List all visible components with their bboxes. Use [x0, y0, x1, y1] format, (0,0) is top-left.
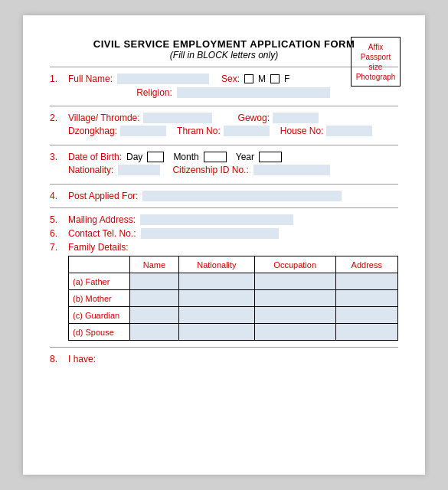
form-title: CIVIL SERVICE EMPLOYMENT APPLICATION FOR… [50, 38, 398, 50]
guardian-occupation[interactable] [254, 307, 335, 324]
guardian-address[interactable] [335, 307, 397, 324]
col-member [69, 256, 130, 273]
day-label: Day [126, 152, 142, 162]
section-5: 5. Mailing Address: [50, 214, 398, 225]
guardian-name[interactable] [130, 307, 179, 324]
section-7-num: 7. [50, 242, 64, 253]
sex-f-checkbox[interactable] [270, 74, 280, 83]
member-mother: (b) Mother [69, 290, 130, 307]
dzongkhag-label: Dzongkhag: [68, 126, 117, 136]
member-father: (a) Father [69, 273, 130, 290]
guardian-nationality[interactable] [178, 307, 254, 324]
village-gewog-row: Village/ Thromde: Gewog: [68, 113, 398, 123]
dob-label: Date of Birth: [68, 152, 122, 162]
religion-input[interactable] [177, 87, 330, 98]
religion-label: Religion: [136, 87, 172, 98]
post-input[interactable] [142, 191, 342, 201]
section-1-content: Full Name: Sex: M F Religion: [68, 74, 398, 100]
section-8-num: 8. [50, 354, 64, 364]
table-row: (d) Spouse [69, 324, 398, 341]
col-occupation: Occupation [254, 256, 335, 273]
col-address: Address [335, 256, 397, 273]
mother-nationality[interactable] [178, 290, 254, 307]
section-6-num: 6. [50, 228, 64, 239]
mother-name[interactable] [130, 290, 179, 307]
divider-2 [50, 145, 398, 145]
gewog-label: Gewog: [238, 113, 270, 123]
mailing-input[interactable] [140, 214, 293, 225]
gewog-input[interactable] [273, 113, 319, 123]
father-nationality[interactable] [178, 273, 254, 290]
village-input[interactable] [143, 113, 212, 123]
family-label: Family Details: [68, 242, 129, 253]
divider-3 [50, 184, 398, 185]
member-spouse: (d) Spouse [69, 324, 130, 341]
day-box[interactable] [147, 152, 164, 162]
member-guardian: (c) Guardian [69, 307, 130, 324]
house-input[interactable] [326, 126, 372, 136]
father-name[interactable] [130, 273, 179, 290]
form-page: Affix Passport size Photograph CIVIL SER… [23, 15, 425, 475]
have-label: I have: [68, 354, 96, 364]
divider-4 [50, 207, 398, 208]
nationality-label: Nationality: [68, 165, 113, 175]
divider-1 [50, 106, 398, 106]
mother-occupation[interactable] [254, 290, 335, 307]
gewog-item: Gewog: [238, 113, 319, 123]
form-header: CIVIL SERVICE EMPLOYMENT APPLICATION FOR… [50, 38, 398, 60]
village-item: Village/ Thromde: [68, 113, 212, 123]
m-label: M [258, 74, 266, 84]
section-2-content: Village/ Thromde: Gewog: Dzongkhag: Thra… [68, 113, 398, 139]
month-label: Month [173, 152, 198, 162]
col-name: Name [130, 256, 179, 273]
section-1: 1. Full Name: Sex: M F Religion: [50, 74, 398, 100]
spouse-occupation[interactable] [254, 324, 335, 341]
col-nationality: Nationality [178, 256, 254, 273]
table-row: (b) Mother [69, 290, 398, 307]
citizenship-input[interactable] [253, 165, 330, 175]
section-4-num: 4. [50, 191, 64, 201]
thram-label: Thram No: [177, 126, 221, 136]
contact-input[interactable] [141, 228, 279, 239]
family-table: Name Nationality Occupation Address (a) … [68, 256, 398, 341]
spouse-nationality[interactable] [178, 324, 254, 341]
year-label: Year [236, 152, 254, 162]
house-label: House No: [280, 126, 324, 136]
sex-m-checkbox[interactable] [244, 74, 253, 83]
section-6: 6. Contact Tel. No.: [50, 228, 398, 239]
passport-photo-box: Affix Passport size Photograph [351, 37, 401, 87]
father-occupation[interactable] [254, 273, 335, 290]
section-3-num: 3. [50, 152, 64, 162]
dzongkhag-item: Dzongkhag: [68, 126, 166, 136]
table-row: (c) Guardian [69, 307, 398, 324]
section-1-num: 1. [50, 74, 64, 84]
nationality-input[interactable] [118, 165, 160, 175]
thram-input[interactable] [224, 126, 270, 136]
village-label: Village/ Thromde: [68, 113, 140, 123]
section-3: 3. Date of Birth: Day Month Year Nationa… [50, 152, 398, 178]
year-box[interactable] [259, 152, 282, 162]
fullname-input[interactable] [117, 74, 209, 84]
divider-7 [50, 347, 398, 348]
mother-address[interactable] [335, 290, 397, 307]
contact-label: Contact Tel. No.: [68, 228, 136, 239]
house-item: House No: [280, 126, 373, 136]
month-box[interactable] [204, 152, 227, 162]
f-label: F [284, 74, 289, 84]
religion-row: Religion: [68, 87, 398, 98]
section-4: 4. Post Applied For: [50, 191, 398, 201]
section-8: 8. I have: [50, 354, 398, 364]
name-sex-row: Full Name: Sex: M F [68, 74, 398, 84]
post-label: Post Applied For: [68, 191, 138, 201]
section-3-content: Date of Birth: Day Month Year Nationalit… [68, 152, 398, 178]
form-subtitle: (Fill in BLOCK letters only) [50, 50, 398, 60]
spouse-address[interactable] [335, 324, 397, 341]
spouse-name[interactable] [130, 324, 179, 341]
dzongkhag-input[interactable] [120, 126, 166, 136]
divider-top [50, 67, 398, 67]
dzong-thram-house-row: Dzongkhag: Thram No: House No: [68, 126, 398, 136]
sex-label: Sex: [221, 74, 240, 84]
fullname-label: Full Name: [68, 74, 113, 84]
section-7-content: Family Details: Name Nationality Occupat… [68, 242, 398, 341]
father-address[interactable] [335, 273, 397, 290]
